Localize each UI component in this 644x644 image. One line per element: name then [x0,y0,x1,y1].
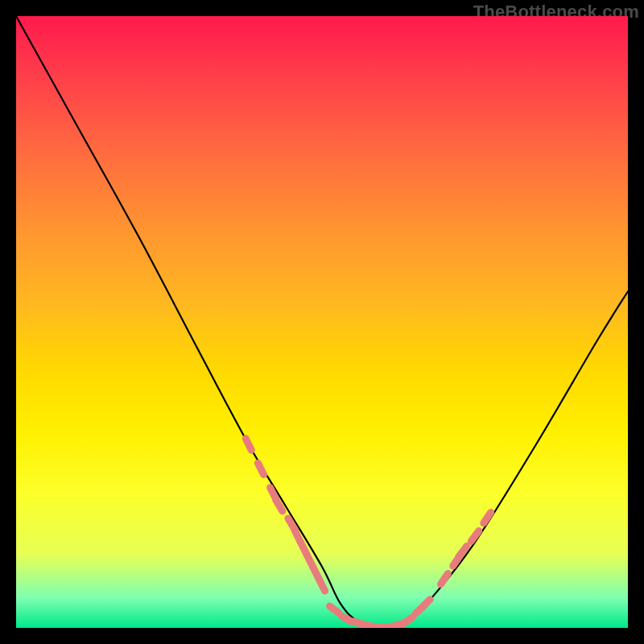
sample-marker [484,513,491,523]
chart-svg [16,16,628,628]
sample-points-bottom [330,600,431,628]
sample-marker [319,580,324,591]
sample-marker [441,574,448,584]
plot-area [16,16,628,628]
bottleneck-curve [16,16,628,628]
sample-points-right [441,513,491,584]
sample-marker [422,600,430,608]
sample-marker [258,463,263,474]
sample-marker [390,624,400,627]
sample-marker [276,500,283,511]
chart-frame: TheBottleneck.com [0,0,644,644]
sample-marker [330,606,339,613]
sample-points-left [246,439,324,591]
sample-marker [246,439,251,450]
sample-marker [403,617,413,624]
